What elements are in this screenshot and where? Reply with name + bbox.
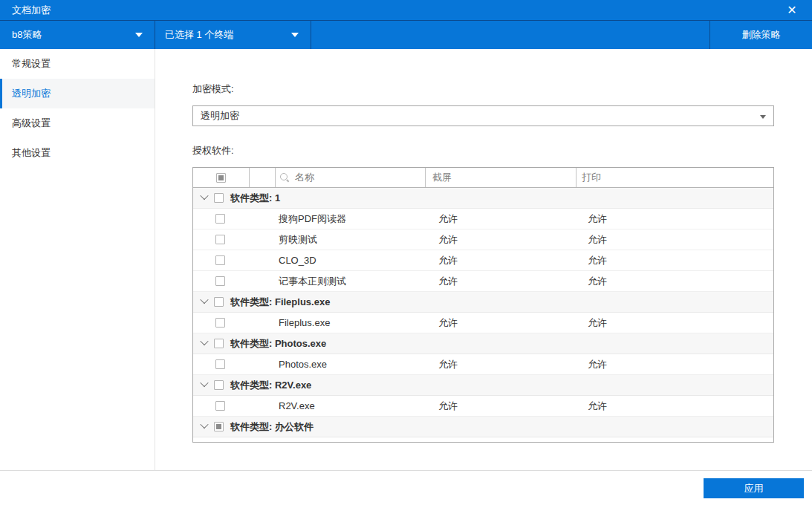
row-checkbox[interactable]	[215, 318, 225, 328]
print-permission: 允许	[582, 233, 773, 247]
print-permission: 允许	[582, 358, 773, 371]
group-label: 软件类型: Photos.exe	[230, 337, 326, 351]
print-column-label: 打印	[582, 171, 601, 184]
header-cell-screenshot[interactable]: 截屏	[426, 168, 576, 187]
sidebar-item-3[interactable]: 其他设置	[0, 138, 155, 168]
software-name: R2V.exe	[225, 400, 432, 411]
screenshot-permission: 允许	[432, 316, 582, 330]
sidebar-item-label: 透明加密	[12, 87, 51, 100]
policy-dropdown-value: b8策略	[12, 28, 129, 42]
footer: 应用	[0, 470, 812, 504]
software-row[interactable]: CLO_3D允许允许	[193, 250, 773, 271]
software-row[interactable]: 记事本正则测试允许允许	[193, 271, 773, 292]
apply-button[interactable]: 应用	[704, 478, 804, 498]
name-column-label: 名称	[295, 171, 314, 184]
row-checkbox[interactable]	[215, 214, 225, 224]
software-name: Photos.exe	[225, 359, 432, 370]
terminal-dropdown[interactable]: 已选择 1 个终端	[155, 21, 311, 49]
row-checkbox[interactable]	[215, 255, 225, 265]
authorized-software-label: 授权软件:	[192, 144, 774, 157]
chevron-down-icon	[135, 33, 143, 37]
chevron-down-icon[interactable]	[200, 191, 208, 199]
chevron-down-icon	[760, 115, 766, 119]
software-row[interactable]: 搜狗PDF阅读器允许允许	[193, 209, 773, 229]
software-name: 剪映测试	[225, 233, 432, 247]
group-row[interactable]: 软件类型: Fileplus.exe	[193, 292, 773, 313]
print-permission: 允许	[582, 316, 773, 330]
group-label: 软件类型: 1	[230, 192, 280, 205]
header-cell-select	[193, 168, 250, 187]
screenshot-permission: 允许	[432, 400, 582, 413]
row-checkbox[interactable]	[215, 235, 225, 244]
software-name: 记事本正则测试	[225, 275, 432, 288]
encryption-mode-select[interactable]: 透明加密	[192, 105, 774, 126]
group-checkbox[interactable]	[214, 297, 224, 307]
policy-toolbar: b8策略 已选择 1 个终端 删除策略	[0, 21, 812, 49]
group-row[interactable]: 软件类型: Photos.exe	[193, 333, 773, 354]
software-row[interactable]: Fileplus.exe允许允许	[193, 313, 773, 333]
chevron-down-icon[interactable]	[200, 336, 208, 345]
header-cell-expand	[250, 168, 276, 187]
row-checkbox[interactable]	[215, 359, 225, 369]
software-row[interactable]: R2V.exe允许允许	[193, 396, 773, 417]
group-row[interactable]: 软件类型: 办公软件	[193, 417, 773, 437]
header-cell-print[interactable]: 打印	[576, 168, 773, 187]
terminal-dropdown-value: 已选择 1 个终端	[165, 28, 285, 42]
group-checkbox[interactable]	[214, 193, 224, 203]
sidebar-item-1[interactable]: 透明加密	[0, 79, 155, 108]
sidebar-item-2[interactable]: 高级设置	[0, 108, 155, 138]
screenshot-permission: 允许	[432, 254, 582, 267]
group-row[interactable]: 软件类型: R2V.exe	[193, 375, 773, 396]
screenshot-permission: 允许	[432, 212, 582, 226]
group-checkbox[interactable]	[214, 339, 224, 348]
table-rows: 软件类型: 1搜狗PDF阅读器允许允许剪映测试允许允许CLO_3D允许允许记事本…	[193, 188, 773, 443]
print-permission: 允许	[582, 212, 773, 226]
authorized-software-table: 名称 截屏 打印 软件类型: 1搜狗PDF阅读器允许允许剪映测试允许允许CLO_…	[192, 167, 774, 443]
print-permission: 允许	[582, 441, 773, 443]
software-name: 搜狗PDF阅读器	[225, 212, 432, 226]
window-title: 文档加密	[12, 4, 51, 17]
print-permission: 允许	[582, 400, 773, 413]
close-icon[interactable]: ✕	[784, 2, 800, 19]
screenshot-permission: 允许	[432, 358, 582, 371]
software-name: WPS Office	[225, 442, 432, 443]
group-row[interactable]: 软件类型: 1	[193, 188, 773, 209]
sidebar-item-label: 高级设置	[12, 117, 51, 130]
software-row[interactable]: WPS Office允许允许	[193, 437, 773, 443]
body: 常规设置透明加密高级设置其他设置 加密模式: 透明加密 授权软件: 名称 截屏	[0, 49, 812, 470]
encryption-mode-label: 加密模式:	[192, 82, 774, 96]
software-name: Fileplus.exe	[225, 317, 432, 328]
toolbar-spacer	[311, 21, 709, 49]
print-permission: 允许	[582, 275, 773, 288]
chevron-down-icon[interactable]	[200, 420, 208, 428]
settings-sidebar: 常规设置透明加密高级设置其他设置	[0, 49, 155, 470]
chevron-down-icon[interactable]	[200, 378, 208, 386]
group-label: 软件类型: Fileplus.exe	[230, 296, 330, 309]
encryption-mode-value: 透明加密	[201, 109, 239, 123]
screenshot-permission: 允许	[432, 441, 582, 443]
software-name: CLO_3D	[225, 255, 432, 266]
screenshot-permission: 允许	[432, 275, 582, 288]
software-row[interactable]: 剪映测试允许允许	[193, 229, 773, 250]
title-bar: 文档加密 ✕	[0, 0, 812, 21]
delete-policy-button[interactable]: 删除策略	[709, 21, 812, 49]
row-checkbox[interactable]	[215, 401, 225, 411]
sidebar-item-label: 其他设置	[12, 146, 51, 160]
sidebar-item-0[interactable]: 常规设置	[0, 49, 155, 79]
chevron-down-icon[interactable]	[200, 295, 208, 303]
table-header: 名称 截屏 打印	[193, 168, 773, 188]
search-icon	[280, 173, 290, 183]
chevron-down-icon	[291, 33, 299, 37]
header-cell-name[interactable]: 名称	[276, 168, 426, 187]
software-row[interactable]: Photos.exe允许允许	[193, 354, 773, 375]
row-checkbox[interactable]	[215, 276, 225, 286]
select-all-checkbox[interactable]	[216, 173, 226, 183]
group-label: 软件类型: R2V.exe	[230, 379, 311, 392]
sidebar-item-label: 常规设置	[12, 57, 51, 71]
group-checkbox[interactable]	[214, 422, 224, 431]
screenshot-column-label: 截屏	[432, 171, 452, 184]
print-permission: 允许	[582, 254, 773, 267]
group-label: 软件类型: 办公软件	[230, 420, 314, 434]
policy-dropdown[interactable]: b8策略	[0, 21, 155, 49]
group-checkbox[interactable]	[214, 380, 224, 390]
